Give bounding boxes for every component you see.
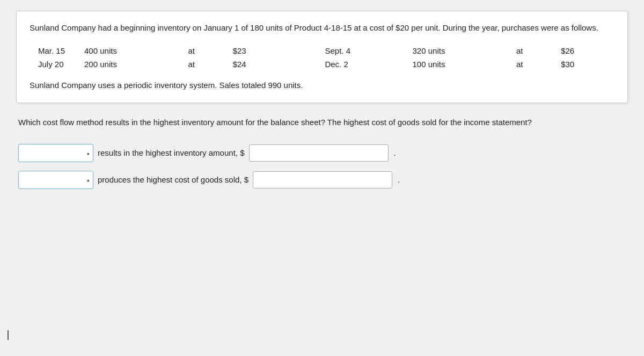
cogs-amount-input[interactable] (253, 171, 392, 188)
at2-1: at (510, 44, 554, 57)
left-bar (8, 330, 9, 340)
cost2-1: $26 (554, 44, 614, 57)
question-text: Which cost flow method results in the hi… (18, 116, 626, 129)
intro-text: Sunland Company had a beginning inventor… (30, 22, 614, 34)
method-dropdown-2[interactable]: FIFO LIFO Average Cost (18, 171, 93, 189)
units2-2: 100 units (406, 57, 510, 71)
method-select-wrapper-2[interactable]: FIFO LIFO Average Cost (18, 171, 93, 189)
date2-1: Sept. 4 (318, 44, 406, 57)
date-1: Mar. 15 (30, 44, 78, 57)
row2-label: produces the highest cost of goods sold,… (98, 175, 248, 184)
cost-2: $24 (226, 57, 287, 71)
units2-1: 320 units (406, 44, 510, 57)
question-section: Which cost flow method results in the hi… (16, 116, 628, 198)
at-1: at (181, 44, 226, 57)
at2-2: at (510, 57, 554, 71)
cost-1: $23 (226, 44, 287, 57)
date-2: July 20 (30, 57, 78, 71)
period-dot-1: . (394, 148, 396, 157)
inventory-amount-input[interactable] (249, 144, 389, 162)
units-1: 400 units (78, 44, 181, 57)
table-row: July 20 200 units at $24 Dec. 2 100 unit… (30, 57, 614, 71)
table-row: Mar. 15 400 units at $23 Sept. 4 320 uni… (30, 44, 614, 57)
cost2-2: $30 (554, 57, 614, 71)
footer-text: Sunland Company uses a periodic inventor… (30, 81, 614, 90)
purchases-table: Mar. 15 400 units at $23 Sept. 4 320 uni… (30, 44, 614, 71)
method-select-wrapper-1[interactable]: FIFO LIFO Average Cost (18, 144, 93, 162)
answer-row-2: FIFO LIFO Average Cost produces the high… (18, 171, 626, 189)
row1-label: results in the highest inventory amount,… (98, 148, 245, 157)
units-2: 200 units (78, 57, 181, 71)
info-box: Sunland Company had a beginning inventor… (16, 11, 628, 103)
answer-row-1: FIFO LIFO Average Cost results in the hi… (18, 144, 626, 162)
period-dot-2: . (398, 175, 400, 184)
at-2: at (181, 57, 226, 71)
method-dropdown-1[interactable]: FIFO LIFO Average Cost (18, 144, 93, 162)
date2-2: Dec. 2 (318, 57, 406, 71)
